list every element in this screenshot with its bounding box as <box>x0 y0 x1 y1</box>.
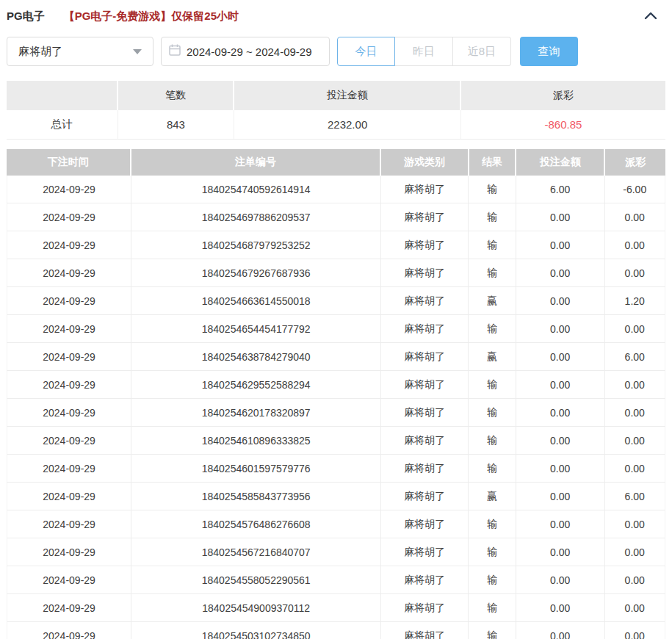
chevron-up-icon <box>644 10 657 23</box>
cell-bet-amount: 0.00 <box>516 427 605 454</box>
cell-payout: 0.00 <box>605 427 665 454</box>
cell-result: 输 <box>469 455 516 482</box>
cell-game-type: 麻将胡了 <box>381 176 469 203</box>
table-row: 2024-09-29 1840254687979253252 麻将胡了 输 0.… <box>7 231 665 259</box>
cell-payout: 1.20 <box>605 287 665 314</box>
cell-game-type: 麻将胡了 <box>381 343 469 370</box>
summary-header-count: 笔数 <box>118 81 235 110</box>
table-row: 2024-09-29 1840254697886209537 麻将胡了 输 0.… <box>7 203 665 231</box>
cell-result: 输 <box>469 427 516 454</box>
cell-bet-amount: 0.00 <box>516 343 605 370</box>
cell-bet-time: 2024-09-29 <box>7 231 131 259</box>
table-row: 2024-09-29 1840254620178320897 麻将胡了 输 0.… <box>7 399 665 427</box>
cell-bet-id: 1840254585843773956 <box>131 483 381 510</box>
cell-payout: 0.00 <box>605 455 665 482</box>
today-button[interactable]: 今日 <box>337 37 395 66</box>
summary-header-bet-amount: 投注金额 <box>234 81 461 110</box>
cell-payout: 0.00 <box>605 231 665 259</box>
cell-bet-amount: 0.00 <box>516 399 605 426</box>
yesterday-button[interactable]: 昨日 <box>395 37 453 66</box>
cell-game-type: 麻将胡了 <box>381 399 469 426</box>
cell-result: 赢 <box>469 343 516 370</box>
retention-notice: 【PG电子-免费游戏】仅保留25小时 <box>64 10 239 24</box>
calendar-icon <box>169 44 181 59</box>
cell-bet-amount: 0.00 <box>516 538 605 566</box>
cell-payout: 6.00 <box>605 343 665 370</box>
cell-bet-time: 2024-09-29 <box>7 259 131 286</box>
cell-bet-time: 2024-09-29 <box>7 203 131 231</box>
cell-game-type: 麻将胡了 <box>381 483 469 510</box>
bet-records-table: 下注时间 注单编号 游戏类别 结果 投注金额 派彩 2024-09-29 184… <box>7 149 665 639</box>
cell-bet-id: 1840254567216840707 <box>131 538 381 566</box>
cell-payout: 0.00 <box>605 566 665 593</box>
query-button[interactable]: 查询 <box>520 37 578 66</box>
table-row: 2024-09-29 1840254610896333825 麻将胡了 输 0.… <box>7 427 665 455</box>
cell-result: 输 <box>469 622 516 639</box>
cell-game-type: 麻将胡了 <box>381 203 469 231</box>
table-row: 2024-09-29 1840254638784279040 麻将胡了 赢 0.… <box>7 343 665 371</box>
summary-header-row: 笔数 投注金额 派彩 <box>7 81 665 110</box>
cell-result: 输 <box>469 371 516 398</box>
cell-result: 赢 <box>469 483 516 510</box>
cell-payout: 0.00 <box>605 510 665 538</box>
cell-bet-id: 1840254549009370112 <box>131 594 381 621</box>
cell-bet-id: 1840254679267687936 <box>131 259 381 286</box>
cell-result: 输 <box>469 399 516 426</box>
cell-bet-time: 2024-09-29 <box>7 510 131 538</box>
cell-bet-time: 2024-09-29 <box>7 287 131 314</box>
cell-game-type: 麻将胡了 <box>381 594 469 621</box>
cell-bet-id: 1840254610896333825 <box>131 427 381 454</box>
table-row: 2024-09-29 1840254558052290561 麻将胡了 输 0.… <box>7 566 665 594</box>
table-row: 2024-09-29 1840254629552588294 麻将胡了 输 0.… <box>7 371 665 399</box>
cell-payout: 0.00 <box>605 622 665 639</box>
cell-payout: 0.00 <box>605 399 665 426</box>
cell-game-type: 麻将胡了 <box>381 259 469 286</box>
summary-total-payout: -860.85 <box>461 110 665 139</box>
cell-payout: 0.00 <box>605 315 665 342</box>
col-header-payout: 派彩 <box>605 149 665 176</box>
cell-bet-amount: 0.00 <box>516 566 605 593</box>
cell-bet-id: 1840254601597579776 <box>131 455 381 482</box>
table-row: 2024-09-29 1840254549009370112 麻将胡了 输 0.… <box>7 594 665 622</box>
cell-result: 输 <box>469 176 516 203</box>
cell-result: 输 <box>469 203 516 231</box>
collapse-button[interactable] <box>640 7 661 25</box>
cell-bet-amount: 0.00 <box>516 287 605 314</box>
caret-down-icon <box>133 49 142 54</box>
cell-bet-id: 1840254663614550018 <box>131 287 381 314</box>
bet-history-panel: PG电子 【PG电子-免费游戏】仅保留25小时 麻将胡了 2024-09-29 … <box>0 0 672 639</box>
table-row: 2024-09-29 1840254585843773956 麻将胡了 赢 0.… <box>7 483 665 510</box>
cell-result: 输 <box>469 259 516 286</box>
cell-bet-amount: 0.00 <box>516 259 605 286</box>
cell-bet-time: 2024-09-29 <box>7 399 131 426</box>
cell-game-type: 麻将胡了 <box>381 455 469 482</box>
cell-bet-time: 2024-09-29 <box>7 315 131 342</box>
cell-bet-amount: 0.00 <box>516 203 605 231</box>
cell-game-type: 麻将胡了 <box>381 231 469 259</box>
col-header-bet-amount: 投注金额 <box>516 149 605 176</box>
col-header-result: 结果 <box>469 149 517 176</box>
last-8-days-button[interactable]: 近8日 <box>453 37 511 66</box>
summary-total-count: 843 <box>118 110 235 139</box>
cell-bet-time: 2024-09-29 <box>7 427 131 454</box>
cell-game-type: 麻将胡了 <box>381 538 469 566</box>
cell-game-type: 麻将胡了 <box>381 510 469 538</box>
cell-game-type: 麻将胡了 <box>381 622 469 639</box>
cell-result: 赢 <box>469 287 516 314</box>
table-row: 2024-09-29 1840254601597579776 麻将胡了 输 0.… <box>7 455 665 483</box>
summary-header-blank <box>7 81 118 110</box>
page-title: PG电子 <box>7 10 45 24</box>
cell-bet-id: 1840254638784279040 <box>131 343 381 370</box>
cell-bet-id: 1840254620178320897 <box>131 399 381 426</box>
cell-bet-time: 2024-09-29 <box>7 538 131 566</box>
date-range-picker[interactable]: 2024-09-29 ~ 2024-09-29 <box>161 37 330 66</box>
game-select[interactable]: 麻将胡了 <box>7 37 153 66</box>
cell-game-type: 麻将胡了 <box>381 371 469 398</box>
summary-total-bet-amount: 2232.00 <box>234 110 461 139</box>
cell-result: 输 <box>469 566 516 593</box>
cell-payout: 6.00 <box>605 483 665 510</box>
cell-payout: 0.00 <box>605 203 665 231</box>
cell-bet-amount: 0.00 <box>516 315 605 342</box>
summary-header-payout: 派彩 <box>461 81 665 110</box>
cell-bet-time: 2024-09-29 <box>7 343 131 370</box>
